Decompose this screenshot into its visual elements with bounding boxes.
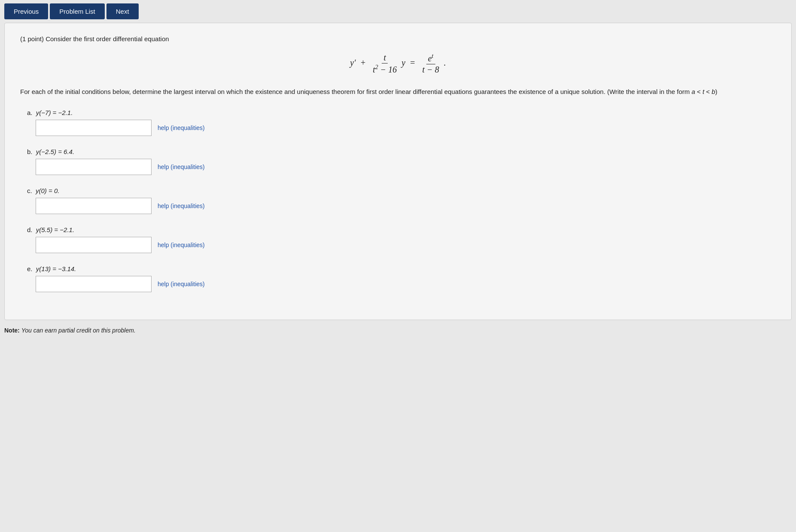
problem-intro: (1 point) Consider the first order diffe… — [20, 35, 776, 42]
sub-problem-a: a. y(−7) = −2.1. help (inequalities) — [27, 109, 776, 136]
problem-description: For each of the initial conditions below… — [20, 87, 776, 97]
sub-label-b: b. y(−2.5) = 6.4. — [27, 148, 776, 155]
note-text: You can earn partial credit on this prob… — [21, 327, 136, 334]
answer-row-d: help (inequalities) — [36, 237, 776, 253]
note-label: Note: — [4, 327, 20, 334]
sub-label-e: e. y(13) = −3.14. — [27, 265, 776, 272]
answer-row-b: help (inequalities) — [36, 159, 776, 175]
equation-lhs: y′ + t t2 − 16 y = et t − 8 . — [350, 53, 446, 75]
sub-problem-e: e. y(13) = −3.14. help (inequalities) — [27, 265, 776, 292]
equation-display: y′ + t t2 − 16 y = et t − 8 . — [20, 53, 776, 75]
help-link-b[interactable]: help (inequalities) — [158, 163, 205, 170]
answer-input-e[interactable] — [36, 276, 152, 292]
note-section: Note: You can earn partial credit on thi… — [4, 327, 792, 334]
help-link-d[interactable]: help (inequalities) — [158, 242, 205, 248]
previous-button[interactable]: Previous — [4, 3, 48, 19]
answer-row-e: help (inequalities) — [36, 276, 776, 292]
sub-problem-b: b. y(−2.5) = 6.4. help (inequalities) — [27, 148, 776, 175]
answer-input-d[interactable] — [36, 237, 152, 253]
sub-label-a: a. y(−7) = −2.1. — [27, 109, 776, 116]
problem-container: (1 point) Consider the first order diffe… — [4, 23, 792, 320]
answer-row-a: help (inequalities) — [36, 120, 776, 136]
sub-problem-c: c. y(0) = 0. help (inequalities) — [27, 187, 776, 214]
answer-input-a[interactable] — [36, 120, 152, 136]
sub-label-c: c. y(0) = 0. — [27, 187, 776, 194]
help-link-a[interactable]: help (inequalities) — [158, 124, 205, 131]
answer-input-b[interactable] — [36, 159, 152, 175]
help-link-e[interactable]: help (inequalities) — [158, 281, 205, 287]
answer-row-c: help (inequalities) — [36, 198, 776, 214]
top-navigation: Previous Problem List Next — [0, 0, 796, 23]
help-link-c[interactable]: help (inequalities) — [158, 203, 205, 209]
sub-problem-d: d. y(5.5) = −2.1. help (inequalities) — [27, 226, 776, 253]
next-button[interactable]: Next — [106, 3, 139, 19]
problem-list-button[interactable]: Problem List — [50, 3, 104, 19]
answer-input-c[interactable] — [36, 198, 152, 214]
sub-label-d: d. y(5.5) = −2.1. — [27, 226, 776, 233]
